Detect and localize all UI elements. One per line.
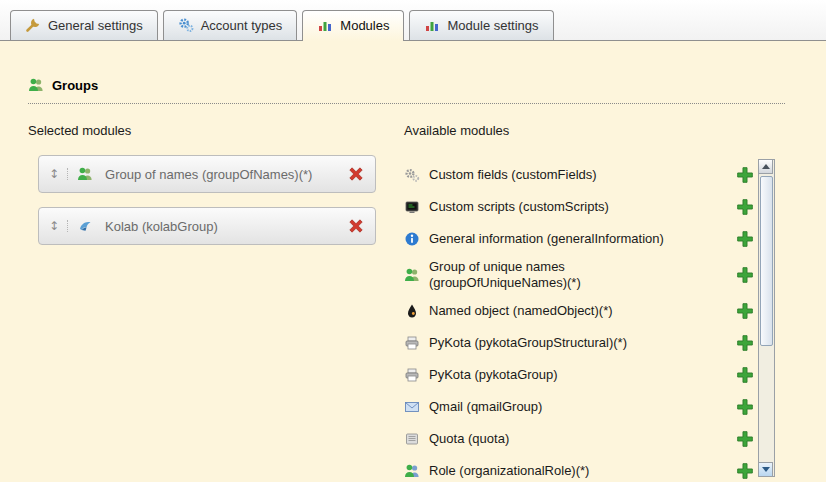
available-module-row: Qmail (qmailGroup) [404,391,756,423]
available-modules-scrollbar [758,159,775,477]
add-module-button[interactable] [736,462,754,480]
remove-module-button[interactable] [347,217,365,235]
arrow-up-icon [762,164,770,169]
available-module-label: Custom fields (customFields) [429,167,597,183]
available-modules-list: Custom fields (customFields) Custom scri… [404,159,756,482]
available-module-label: Role (organizationalRole)(*) [429,463,589,479]
gears-gray-icon [404,167,420,183]
add-plus-icon [736,462,754,480]
selected-module-row[interactable]: ↕ Group of names (groupOfNames)(*) [38,155,376,193]
drag-handle-icon[interactable]: ↕ [49,220,68,232]
add-plus-icon [736,430,754,448]
kolab-icon [77,218,93,234]
drag-handle-icon[interactable]: ↕ [49,168,68,180]
tab-label: Modules [340,18,389,33]
selected-module-label: Kolab (kolabGroup) [102,219,338,234]
available-module-row: Custom scripts (customScripts) [404,191,756,223]
add-module-button[interactable] [736,430,754,448]
add-module-button[interactable] [736,198,754,216]
printer-icon [404,367,420,383]
available-module-row: Quota (quota) [404,423,756,455]
section-header: Groups [28,77,98,93]
gears-icon [178,17,194,33]
drive-icon [404,431,420,447]
printer-icon [404,335,420,351]
available-module-row: PyKota (pykotaGroupStructural)(*) [404,327,756,359]
add-plus-icon [736,230,754,248]
tab-label: Module settings [447,18,538,33]
tab-account-types[interactable]: Account types [163,10,298,40]
group-icon [28,77,44,93]
tab-modules[interactable]: Modules [302,10,404,41]
add-plus-icon [736,302,754,320]
available-modules-heading: Available modules [404,123,509,138]
page: { "tabs": [ { "label": "General settings… [0,0,826,482]
dotted-divider [28,103,785,104]
tab-label: General settings [48,18,143,33]
wrench-icon [25,17,41,33]
add-module-button[interactable] [736,334,754,352]
add-plus-icon [736,398,754,416]
available-module-row: General information (generalInformation) [404,223,756,255]
available-module-label: PyKota (pykotaGroupStructural)(*) [429,335,627,351]
add-module-button[interactable] [736,366,754,384]
add-plus-icon [736,334,754,352]
available-module-row: Custom fields (customFields) [404,159,756,191]
group-icon [77,166,93,182]
modules-panel: Groups Selected modules Available module… [0,41,826,482]
scrollbar-thumb[interactable] [760,176,773,346]
scrollbar-up-button[interactable] [758,159,773,174]
envelope-icon [404,399,420,415]
add-module-button[interactable] [736,230,754,248]
available-module-row: PyKota (pykotaGroup) [404,359,756,391]
tab-module-settings[interactable]: Module settings [409,10,553,40]
chart-icon [424,17,440,33]
available-module-label: Qmail (qmailGroup) [429,399,542,415]
add-module-button[interactable] [736,302,754,320]
available-module-label: PyKota (pykotaGroup) [429,367,558,383]
chart-icon [317,17,333,33]
add-plus-icon [736,198,754,216]
add-plus-icon [736,166,754,184]
selected-modules-heading: Selected modules [28,123,131,138]
available-module-label: Custom scripts (customScripts) [429,199,609,215]
remove-module-button[interactable] [347,165,365,183]
add-module-button[interactable] [736,266,754,284]
add-plus-icon [736,366,754,384]
selected-module-label: Group of names (groupOfNames)(*) [102,167,338,182]
group-icon [404,267,420,283]
delete-x-icon [347,165,365,183]
arrow-down-icon [762,467,770,472]
tab-label: Account types [201,18,283,33]
available-module-label: Group of unique names (groupOfUniqueName… [429,259,691,292]
available-module-row: Role (organizationalRole)(*) [404,455,756,482]
available-module-label: Named object (namedObject)(*) [429,303,613,319]
available-module-row: Named object (namedObject)(*) [404,295,756,327]
available-module-row: Group of unique names (groupOfUniqueName… [404,255,756,295]
terminal-icon [404,199,420,215]
tab-general-settings[interactable]: General settings [10,10,158,40]
delete-x-icon [347,217,365,235]
add-module-button[interactable] [736,398,754,416]
add-module-button[interactable] [736,166,754,184]
page-title: Groups [52,78,98,93]
available-module-label: Quota (quota) [429,431,509,447]
group-icon [404,463,420,479]
scrollbar-down-button[interactable] [758,462,773,477]
selected-module-row[interactable]: ↕ Kolab (kolabGroup) [38,207,376,245]
drop-icon [404,303,420,319]
available-module-label: General information (generalInformation) [429,231,664,247]
add-plus-icon [736,266,754,284]
tab-bar: General settings Account types Modules M… [0,0,826,41]
info-icon [404,231,420,247]
selected-modules-list: ↕ Group of names (groupOfNames)(*) ↕ Kol… [38,155,376,245]
